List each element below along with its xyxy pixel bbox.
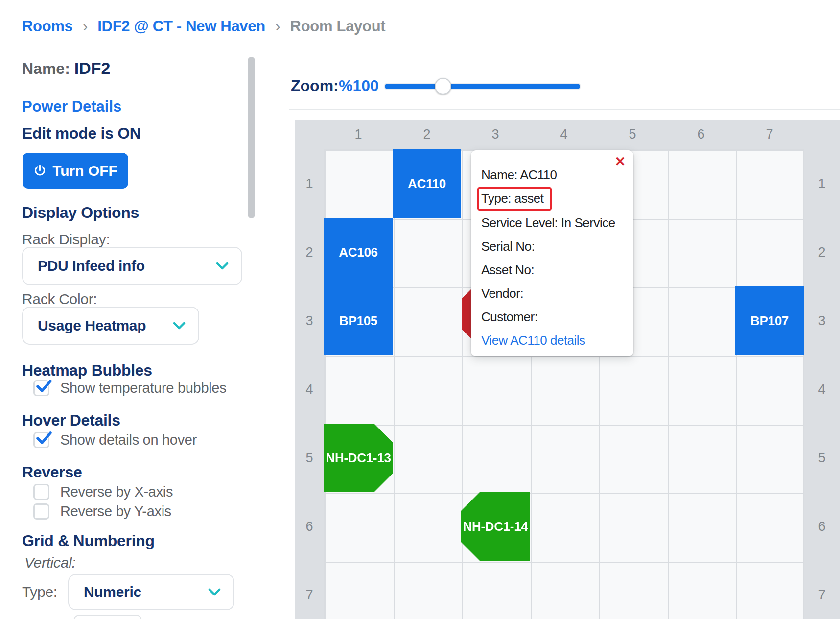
zoom-value: %100 (339, 77, 379, 95)
turn-off-button[interactable]: Turn OFF (23, 153, 128, 189)
chevron-down-icon (216, 262, 229, 270)
reverse-y-row: Reverse by Y-axis (33, 503, 171, 520)
rack-ac106[interactable]: AC106 (324, 218, 393, 286)
column-label: 2 (393, 120, 461, 149)
show-details-on-hover-label: Show details on hover (60, 432, 197, 448)
show-details-on-hover-row: Show details on hover (33, 432, 197, 448)
reverse-heading: Reverse (22, 463, 82, 481)
room-name-label: Name: (22, 60, 70, 77)
show-temperature-bubbles-checkbox[interactable] (33, 380, 49, 396)
checkmark-icon (34, 429, 54, 447)
row-label: 1 (295, 149, 324, 218)
row-label: 1 (804, 149, 840, 218)
breadcrumb-room-name[interactable]: IDF2 @ CT - New Haven (97, 18, 265, 35)
tooltip-asset-line: Asset No: (481, 258, 625, 282)
column-label: 6 (667, 120, 735, 149)
horizontal-type-select-partial[interactable] (73, 615, 142, 619)
column-label: 5 (598, 120, 667, 149)
column-label: 3 (461, 120, 530, 149)
rack-color-label: Rack Color: (22, 291, 97, 308)
view-details-link[interactable]: View AC110 details (481, 333, 585, 348)
breadcrumb: Rooms › IDF2 @ CT - New Haven › Room Lay… (22, 18, 385, 35)
reverse-x-checkbox[interactable] (33, 484, 49, 500)
rack-display-value: PDU Infeed info (38, 258, 145, 274)
close-icon[interactable]: ✕ (614, 155, 626, 168)
grid-numbering-heading: Grid & Numbering (22, 532, 155, 550)
rack-color-value: Usage Heatmap (38, 317, 146, 334)
hover-details-heading: Hover Details (22, 411, 120, 429)
rack-ac110[interactable]: AC110 (393, 149, 461, 218)
tooltip-customer-line: Customer: (481, 305, 625, 329)
rack-nh-dc1-13[interactable]: NH-DC1-13 (324, 424, 393, 492)
row-label: 2 (804, 218, 840, 286)
breadcrumb-separator: › (269, 18, 286, 35)
tooltip-type-line-highlighted: Type: asset (477, 187, 552, 211)
column-label: 7 (735, 120, 804, 149)
vertical-type-value: Numeric (84, 584, 141, 600)
row-label: 5 (295, 424, 324, 492)
row-label: 2 (295, 218, 324, 286)
tooltip-service-level-line: Service Level: In Service (481, 211, 625, 235)
show-details-on-hover-checkbox[interactable] (33, 432, 49, 448)
sidebar-scrollbar[interactable] (248, 57, 255, 218)
breadcrumb-rooms[interactable]: Rooms (22, 18, 73, 35)
power-details-link[interactable]: Power Details (22, 98, 121, 116)
rack-display-select[interactable]: PDU Infeed info (22, 247, 242, 285)
zoom-slider-track[interactable] (385, 84, 580, 89)
vertical-type-select[interactable]: Numeric (68, 574, 234, 610)
row-label: 7 (804, 561, 840, 619)
room-name-row: Name: IDF2 (22, 59, 110, 78)
rack-color-select[interactable]: Usage Heatmap (22, 307, 199, 345)
zoom-slider-thumb[interactable] (435, 78, 451, 95)
reverse-x-label: Reverse by X-axis (60, 484, 173, 500)
tooltip-name-line: Name: AC110 (481, 163, 625, 187)
vertical-label: Vertical: (24, 554, 76, 571)
vertical-type-row: Type: Numeric (22, 574, 234, 610)
row-label: 3 (804, 286, 840, 355)
rack-display-label: Rack Display: (22, 231, 110, 248)
asset-hover-tooltip: ✕ Name: AC110 Type: asset Service Level:… (471, 150, 633, 356)
zoom-label: Zoom: (291, 77, 339, 95)
room-layout-page: Rooms › IDF2 @ CT - New Haven › Room Lay… (0, 0, 840, 619)
chevron-down-icon (173, 322, 186, 330)
turn-off-label: Turn OFF (52, 163, 117, 179)
rack-bp105[interactable]: BP105 (324, 286, 393, 355)
row-label: 3 (295, 286, 324, 355)
grid-column-header-band: 1 2 3 4 5 6 7 (295, 120, 840, 149)
reverse-y-checkbox[interactable] (33, 503, 49, 520)
row-label: 5 (804, 424, 840, 492)
divider (289, 109, 840, 110)
show-temperature-bubbles-label: Show temperature bubbles (60, 380, 226, 396)
edit-mode-status: Edit mode is ON (22, 124, 141, 143)
display-options-heading: Display Options (22, 204, 139, 222)
column-label: 4 (530, 120, 598, 149)
breadcrumb-current: Room Layout (290, 18, 386, 35)
show-temperature-bubbles-row: Show temperature bubbles (33, 380, 226, 396)
row-label: 4 (804, 355, 840, 424)
row-label: 7 (295, 561, 324, 619)
tooltip-vendor-line: Vendor: (481, 282, 625, 305)
row-label: 4 (295, 355, 324, 424)
reverse-x-row: Reverse by X-axis (33, 484, 173, 500)
column-label: 1 (324, 120, 393, 149)
reverse-y-label: Reverse by Y-axis (60, 503, 171, 520)
type-label: Type: (22, 584, 57, 600)
rack-nh-dc1-14[interactable]: NH-DC1-14 (461, 492, 530, 561)
rack-bp107[interactable]: BP107 (735, 286, 804, 355)
power-icon (33, 164, 47, 177)
chevron-down-icon (208, 588, 221, 596)
row-label: 6 (295, 492, 324, 561)
row-label: 6 (804, 492, 840, 561)
checkmark-icon (34, 377, 54, 395)
room-name-value: IDF2 (74, 59, 111, 77)
breadcrumb-separator: › (77, 18, 93, 35)
tooltip-serial-line: Serial No: (481, 235, 625, 258)
